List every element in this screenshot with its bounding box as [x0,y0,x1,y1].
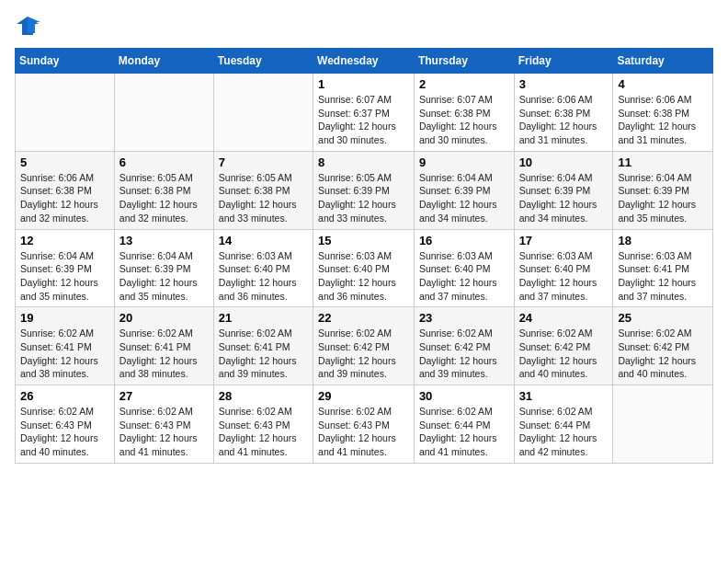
weekday-header-tuesday: Tuesday [213,49,313,74]
day-number: 29 [318,389,409,403]
day-number: 30 [419,389,509,403]
calendar-day-cell: 20Sunrise: 6:02 AM Sunset: 6:41 PM Dayli… [114,307,213,385]
calendar-day-cell: 28Sunrise: 6:02 AM Sunset: 6:43 PM Dayli… [213,385,313,464]
day-info: Sunrise: 6:06 AM Sunset: 6:38 PM Dayligh… [519,93,609,147]
calendar-empty-cell [213,74,313,152]
day-info: Sunrise: 6:03 AM Sunset: 6:40 PM Dayligh… [419,249,509,304]
day-number: 10 [519,155,609,169]
day-number: 9 [419,155,509,169]
calendar-day-cell: 19Sunrise: 6:02 AM Sunset: 6:41 PM Dayli… [16,307,115,385]
calendar-day-cell: 3Sunrise: 6:06 AM Sunset: 6:38 PM Daylig… [514,74,613,152]
day-number: 18 [618,234,708,247]
day-number: 14 [219,234,308,247]
calendar-day-cell: 7Sunrise: 6:05 AM Sunset: 6:38 PM Daylig… [213,151,313,229]
logo [15,15,44,37]
day-info: Sunrise: 6:02 AM Sunset: 6:44 PM Dayligh… [519,405,609,459]
calendar-day-cell: 5Sunrise: 6:06 AM Sunset: 6:38 PM Daylig… [16,151,115,229]
day-number: 7 [219,155,308,169]
day-info: Sunrise: 6:07 AM Sunset: 6:37 PM Dayligh… [318,93,409,147]
day-number: 8 [318,155,409,169]
day-info: Sunrise: 6:04 AM Sunset: 6:39 PM Dayligh… [519,171,609,225]
calendar-day-cell: 21Sunrise: 6:02 AM Sunset: 6:41 PM Dayli… [213,307,313,385]
day-number: 25 [618,311,708,325]
day-number: 16 [419,234,509,247]
calendar-day-cell: 23Sunrise: 6:02 AM Sunset: 6:42 PM Dayli… [414,307,514,385]
calendar-day-cell: 22Sunrise: 6:02 AM Sunset: 6:42 PM Dayli… [313,307,415,385]
day-info: Sunrise: 6:03 AM Sunset: 6:40 PM Dayligh… [219,249,308,304]
day-number: 5 [20,155,109,169]
day-info: Sunrise: 6:05 AM Sunset: 6:38 PM Dayligh… [219,171,308,225]
calendar-week-row: 19Sunrise: 6:02 AM Sunset: 6:41 PM Dayli… [16,307,713,385]
calendar-day-cell: 27Sunrise: 6:02 AM Sunset: 6:43 PM Dayli… [114,385,213,464]
day-number: 23 [419,311,509,325]
calendar-day-cell: 29Sunrise: 6:02 AM Sunset: 6:43 PM Dayli… [313,385,415,464]
calendar-day-cell: 6Sunrise: 6:05 AM Sunset: 6:38 PM Daylig… [114,151,213,229]
calendar-empty-cell [16,74,115,152]
day-number: 13 [119,234,209,247]
day-info: Sunrise: 6:02 AM Sunset: 6:43 PM Dayligh… [119,405,209,459]
day-number: 4 [618,77,708,91]
day-number: 24 [519,311,609,325]
day-number: 27 [119,389,209,403]
weekday-header-wednesday: Wednesday [313,49,415,74]
weekday-header-saturday: Saturday [613,49,713,74]
day-info: Sunrise: 6:02 AM Sunset: 6:43 PM Dayligh… [20,405,109,459]
calendar-week-row: 12Sunrise: 6:04 AM Sunset: 6:39 PM Dayli… [16,229,713,307]
day-info: Sunrise: 6:02 AM Sunset: 6:42 PM Dayligh… [419,327,509,381]
calendar-week-row: 1Sunrise: 6:07 AM Sunset: 6:37 PM Daylig… [16,74,713,152]
day-info: Sunrise: 6:03 AM Sunset: 6:40 PM Dayligh… [318,249,409,304]
calendar-day-cell: 25Sunrise: 6:02 AM Sunset: 6:42 PM Dayli… [613,307,713,385]
calendar-day-cell: 10Sunrise: 6:04 AM Sunset: 6:39 PM Dayli… [514,151,613,229]
calendar-week-row: 26Sunrise: 6:02 AM Sunset: 6:43 PM Dayli… [16,385,713,464]
day-number: 6 [119,155,209,169]
calendar-day-cell: 17Sunrise: 6:03 AM Sunset: 6:40 PM Dayli… [514,229,613,307]
day-info: Sunrise: 6:04 AM Sunset: 6:39 PM Dayligh… [419,171,509,225]
day-info: Sunrise: 6:02 AM Sunset: 6:42 PM Dayligh… [519,327,609,381]
calendar-day-cell: 4Sunrise: 6:06 AM Sunset: 6:38 PM Daylig… [613,74,713,152]
calendar-day-cell: 12Sunrise: 6:04 AM Sunset: 6:39 PM Dayli… [16,229,115,307]
calendar-day-cell: 26Sunrise: 6:02 AM Sunset: 6:43 PM Dayli… [16,385,115,464]
day-info: Sunrise: 6:04 AM Sunset: 6:39 PM Dayligh… [20,249,109,304]
day-info: Sunrise: 6:04 AM Sunset: 6:39 PM Dayligh… [119,249,209,304]
day-info: Sunrise: 6:03 AM Sunset: 6:40 PM Dayligh… [519,249,609,304]
day-number: 22 [318,311,409,325]
day-info: Sunrise: 6:02 AM Sunset: 6:42 PM Dayligh… [318,327,409,381]
calendar-day-cell: 9Sunrise: 6:04 AM Sunset: 6:39 PM Daylig… [414,151,514,229]
calendar-week-row: 5Sunrise: 6:06 AM Sunset: 6:38 PM Daylig… [16,151,713,229]
calendar-day-cell: 2Sunrise: 6:07 AM Sunset: 6:38 PM Daylig… [414,74,514,152]
calendar-day-cell: 8Sunrise: 6:05 AM Sunset: 6:39 PM Daylig… [313,151,415,229]
logo-icon [15,15,40,37]
day-number: 3 [519,77,609,91]
day-number: 28 [219,389,308,403]
weekday-header-thursday: Thursday [414,49,514,74]
svg-marker-1 [28,17,40,33]
weekday-header-friday: Friday [514,49,613,74]
calendar-day-cell: 18Sunrise: 6:03 AM Sunset: 6:41 PM Dayli… [613,229,713,307]
day-number: 20 [119,311,209,325]
day-number: 15 [318,234,409,247]
calendar-day-cell: 14Sunrise: 6:03 AM Sunset: 6:40 PM Dayli… [213,229,313,307]
calendar-day-cell: 15Sunrise: 6:03 AM Sunset: 6:40 PM Dayli… [313,229,415,307]
day-number: 1 [318,77,409,91]
weekday-header-monday: Monday [114,49,213,74]
day-info: Sunrise: 6:02 AM Sunset: 6:43 PM Dayligh… [318,405,409,459]
calendar-day-cell: 16Sunrise: 6:03 AM Sunset: 6:40 PM Dayli… [414,229,514,307]
day-info: Sunrise: 6:02 AM Sunset: 6:41 PM Dayligh… [219,327,308,381]
calendar-day-cell: 11Sunrise: 6:04 AM Sunset: 6:39 PM Dayli… [613,151,713,229]
day-info: Sunrise: 6:05 AM Sunset: 6:38 PM Dayligh… [119,171,209,225]
day-info: Sunrise: 6:07 AM Sunset: 6:38 PM Dayligh… [419,93,509,147]
day-number: 21 [219,311,308,325]
calendar-day-cell: 31Sunrise: 6:02 AM Sunset: 6:44 PM Dayli… [514,385,613,464]
day-number: 26 [20,389,109,403]
weekday-header-row: SundayMondayTuesdayWednesdayThursdayFrid… [16,49,713,74]
calendar-day-cell: 1Sunrise: 6:07 AM Sunset: 6:37 PM Daylig… [313,74,415,152]
day-info: Sunrise: 6:02 AM Sunset: 6:43 PM Dayligh… [219,405,308,459]
day-number: 11 [618,155,708,169]
calendar-empty-cell [114,74,213,152]
calendar-empty-cell [613,385,713,464]
calendar-day-cell: 30Sunrise: 6:02 AM Sunset: 6:44 PM Dayli… [414,385,514,464]
day-info: Sunrise: 6:02 AM Sunset: 6:41 PM Dayligh… [119,327,209,381]
day-number: 19 [20,311,109,325]
day-info: Sunrise: 6:03 AM Sunset: 6:41 PM Dayligh… [618,249,708,304]
calendar-table: SundayMondayTuesdayWednesdayThursdayFrid… [15,48,713,464]
